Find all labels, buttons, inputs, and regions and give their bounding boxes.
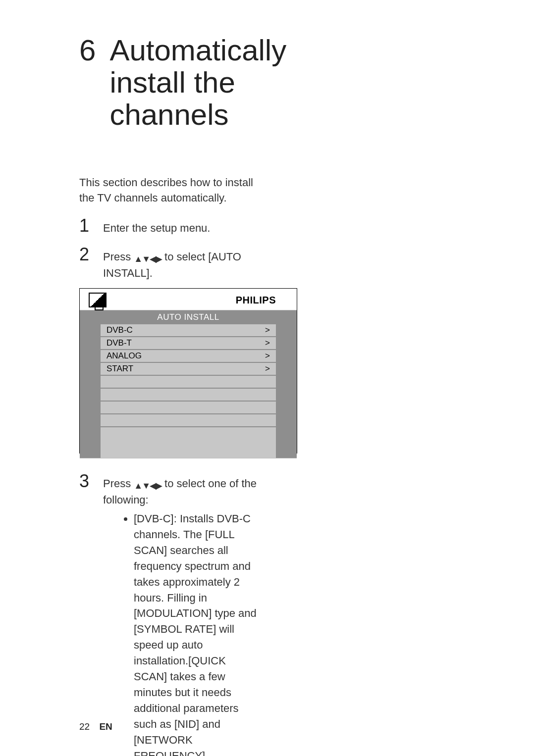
step-2-pre: Press	[103, 251, 134, 263]
step-2-end: .	[150, 267, 153, 279]
option-text: type and	[212, 607, 257, 619]
option-text: and	[199, 718, 220, 730]
option-token: [SYMBOL RATE]	[134, 623, 216, 635]
tv-menu-row-empty	[101, 389, 276, 402]
chevron-right-icon: >	[265, 325, 270, 335]
chevron-right-icon: >	[265, 338, 270, 348]
page-number: 22	[79, 721, 90, 732]
step-1-text: Enter the setup menu.	[103, 220, 258, 236]
tv-menu-row-empty	[101, 427, 276, 439]
step-2-text: Press ▲▼◀▶ to select [AUTO INSTALL].	[103, 249, 258, 281]
brand-logo: PHILIPS	[236, 295, 276, 306]
tv-row-label: DVB-C	[107, 325, 133, 335]
tv-menu-row-empty	[101, 414, 276, 427]
step-3: Press ▲▼◀▶ to select one of the followin…	[79, 468, 258, 756]
option-token: [NID]	[174, 718, 199, 730]
tv-menu-row: DVB-C>	[101, 324, 276, 337]
tv-menu-header: PHILIPS	[80, 289, 297, 310]
tv-menu-row: START>	[101, 363, 276, 376]
option-token: [NETWORK FREQUENCY]	[134, 734, 205, 756]
tv-menu-list: DVB-C> DVB-T> ANALOG> START>	[101, 324, 276, 458]
step-3-pre: Press	[103, 477, 134, 490]
tv-menu-row-empty	[101, 402, 276, 414]
tv-row-label: ANALOG	[107, 351, 142, 361]
page-footer: 22 EN	[79, 721, 112, 732]
option-dvbc: [DVB-C]: Installs DVB-C channels. The [F…	[134, 511, 258, 756]
tv-menu-title: AUTO INSTALL	[80, 310, 297, 324]
page-language: EN	[99, 721, 112, 732]
option-token: [MODULATION]	[134, 607, 212, 619]
step-2-post: to select	[161, 251, 208, 263]
tv-menu-screenshot: PHILIPS AUTO INSTALL DVB-C> DVB-T> ANALO…	[79, 288, 297, 454]
tv-menu-row-empty	[101, 376, 276, 389]
chevron-right-icon: >	[265, 364, 270, 374]
option-label: [DVB-C]	[134, 512, 174, 525]
monitor-icon	[89, 293, 107, 307]
nav-arrows-icon: ▲▼◀▶	[134, 252, 161, 265]
chapter-title: Automatically install the channels	[109, 35, 286, 131]
chevron-right-icon: >	[265, 351, 270, 361]
tv-menu-row: ANALOG>	[101, 350, 276, 363]
tv-menu-right-pad	[276, 324, 297, 458]
step-2: Press ▲▼◀▶ to select [AUTO INSTALL].	[79, 242, 258, 281]
intro-text: This section describes how to install th…	[79, 175, 258, 206]
tv-row-label: DVB-T	[107, 338, 132, 348]
nav-arrows-icon: ▲▼◀▶	[134, 479, 161, 492]
option-text: .	[205, 750, 208, 756]
tv-menu-footer	[80, 458, 297, 467]
chapter-heading: 6 Automatically install the channels	[79, 35, 258, 131]
tv-menu-row: DVB-T>	[101, 337, 276, 350]
chapter-number: 6	[79, 35, 96, 67]
step-1: Enter the setup menu.	[79, 213, 258, 239]
tv-row-label: START	[107, 364, 133, 374]
tv-menu-left-pad	[80, 324, 101, 458]
